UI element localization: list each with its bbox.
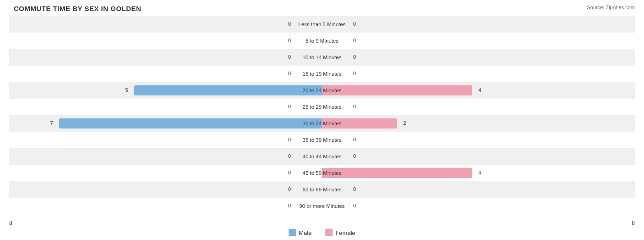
chart-container: COMMUTE TIME BY SEX IN GOLDEN Source: Zi… <box>0 0 644 240</box>
chart-row: 90 or more Minutes00 <box>9 198 635 214</box>
male-value-zero: 0 <box>288 38 291 43</box>
chart-row: 60 to 89 Minutes00 <box>9 181 635 198</box>
row-label: 60 to 89 Minutes <box>302 187 341 192</box>
chart-row: 35 to 39 Minutes00 <box>9 132 635 148</box>
male-value-zero: 0 <box>288 21 291 27</box>
chart-row: 5 to 9 Minutes00 <box>9 33 635 49</box>
chart-row: 30 to 34 Minutes72 <box>9 115 635 132</box>
row-label: Less than 5 Minutes <box>299 22 346 27</box>
source-label: Source: ZipAtlas.com <box>587 5 635 10</box>
female-value: 2 <box>404 120 406 126</box>
male-value: 5 <box>125 87 128 93</box>
chart-row: 20 to 24 Minutes54 <box>9 82 635 99</box>
male-value: 7 <box>50 120 53 126</box>
male-value-zero: 0 <box>288 203 291 208</box>
male-value-zero: 0 <box>288 54 291 60</box>
female-legend-label: Female <box>335 229 355 236</box>
male-value-zero: 0 <box>288 186 291 192</box>
chart-row: 15 to 19 Minutes00 <box>9 66 635 82</box>
male-value-zero: 0 <box>288 104 291 109</box>
row-label: 25 to 29 Minutes <box>302 104 341 110</box>
female-value-zero: 0 <box>353 137 356 142</box>
male-bar <box>59 118 322 128</box>
chart-row: 25 to 29 Minutes00 <box>9 99 635 115</box>
male-value-zero: 0 <box>288 170 291 175</box>
female-value-zero: 0 <box>353 153 356 159</box>
female-bar <box>322 168 472 178</box>
female-value-zero: 0 <box>353 203 356 208</box>
row-label: 15 to 19 Minutes <box>302 71 341 77</box>
row-label: 35 to 39 Minutes <box>302 137 341 143</box>
row-label: 5 to 9 Minutes <box>306 38 338 44</box>
legend-male: Male <box>289 229 311 236</box>
male-legend-box <box>289 229 296 236</box>
female-value-zero: 0 <box>353 38 356 43</box>
male-bar <box>134 85 322 95</box>
female-legend-box <box>325 229 333 236</box>
female-value-zero: 0 <box>353 104 356 109</box>
female-bar <box>322 118 397 128</box>
female-value: 4 <box>479 170 481 175</box>
female-value-zero: 0 <box>353 21 356 27</box>
chart-row: Less than 5 Minutes00 <box>9 16 635 33</box>
female-value-zero: 0 <box>353 186 356 192</box>
chart-row: 10 to 14 Minutes00 <box>9 49 635 66</box>
male-value-zero: 0 <box>288 137 291 142</box>
female-value: 4 <box>479 87 481 93</box>
legend-female: Female <box>325 229 355 236</box>
chart-row: 45 to 59 Minutes04 <box>9 165 635 181</box>
legend: Male Female <box>289 229 355 236</box>
chart-row: 40 to 44 Minutes00 <box>9 148 635 165</box>
row-label: 40 to 44 Minutes <box>302 154 341 159</box>
female-value-zero: 0 <box>353 71 356 76</box>
male-value-zero: 0 <box>288 153 291 159</box>
female-bar <box>322 85 472 95</box>
axis-label-left: 8 <box>9 220 12 226</box>
row-label: 90 or more Minutes <box>299 203 344 209</box>
chart-title: COMMUTE TIME BY SEX IN GOLDEN <box>9 5 635 12</box>
row-label: 10 to 14 Minutes <box>302 55 341 60</box>
chart-area: Less than 5 Minutes005 to 9 Minutes0010 … <box>9 16 635 206</box>
female-value-zero: 0 <box>353 54 356 60</box>
male-legend-label: Male <box>299 229 311 236</box>
axis-label-right: 8 <box>632 220 635 226</box>
male-value-zero: 0 <box>288 71 291 76</box>
